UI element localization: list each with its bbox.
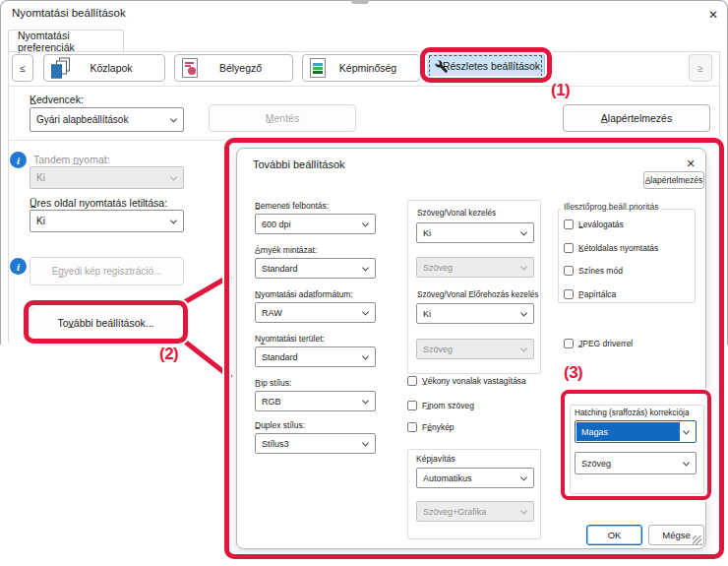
rip-style-select[interactable]: RGB bbox=[255, 391, 376, 411]
ok-button[interactable]: OK bbox=[586, 525, 642, 545]
annotation-2: (2) bbox=[159, 345, 178, 364]
image-quality-icon bbox=[310, 58, 326, 78]
chevron-down-icon bbox=[170, 217, 177, 223]
pages-icon bbox=[51, 58, 70, 79]
shadow-pattern-select[interactable]: Standard bbox=[255, 258, 376, 279]
toolbar-button-image-quality[interactable]: Képminőség bbox=[302, 54, 420, 82]
annotation-3: (3) bbox=[564, 363, 582, 383]
tandem-print-label: Tandem n̲yomat: bbox=[33, 154, 110, 165]
checkbox-box bbox=[407, 376, 417, 386]
info-icon: i bbox=[10, 258, 27, 275]
fine-text-checkbox[interactable]: Fi̲nom szöveg bbox=[407, 401, 474, 410]
duplex-style-select[interactable]: Stílus3 bbox=[255, 433, 376, 454]
checkbox-box bbox=[407, 422, 417, 432]
chevron-down-icon bbox=[362, 308, 369, 315]
chevron-down-icon bbox=[362, 352, 369, 359]
close-icon[interactable]: ✕ bbox=[700, 4, 726, 25]
stamp-icon bbox=[182, 58, 198, 78]
image-adjustment-target-select: Szöveg+Grafika bbox=[416, 501, 534, 522]
dialog-title: További beállítások bbox=[253, 158, 345, 170]
chevron-down-icon bbox=[520, 345, 527, 351]
jpeg-driver-checkbox[interactable]: J̲PEG driverrel bbox=[564, 339, 633, 348]
save-button[interactable]: M̲entés bbox=[209, 104, 356, 132]
custom-image-registration-button[interactable]: Eg̲yedi kép regisztráció... bbox=[30, 257, 184, 285]
checkbox-box bbox=[564, 220, 574, 229]
resize-grip[interactable] bbox=[693, 535, 701, 544]
print-area-label: Ny̲omtatási terület: bbox=[255, 334, 325, 344]
image-adjustment-label: Képjavítás bbox=[416, 454, 455, 464]
checkbox-box bbox=[564, 243, 574, 253]
more-settings-button[interactable]: Tov̲ábbi beállítások... bbox=[30, 306, 182, 339]
info-icon: i bbox=[10, 152, 27, 168]
text-line-pullout-label: Szöveg/Vonal Előrehozás kezelés bbox=[417, 290, 538, 299]
driver-priority-label: Illesztőprog.beáll.prioritás bbox=[561, 202, 661, 212]
text-line-pullout-target-select: Szöveg bbox=[416, 339, 534, 359]
chevron-down-icon bbox=[362, 397, 369, 404]
duplex-style-label: D̲uplex stílus: bbox=[255, 420, 305, 430]
hatching-group bbox=[570, 405, 704, 494]
checkbox-box bbox=[407, 401, 417, 410]
toolbar-button-inserts[interactable]: Közlapok bbox=[43, 54, 165, 82]
input-resolution-select[interactable]: 600 dpi bbox=[255, 214, 376, 234]
chevron-down-icon bbox=[520, 263, 527, 270]
rip-style-label: R̲ip stílus: bbox=[255, 378, 291, 388]
chevron-down-icon bbox=[683, 427, 690, 434]
toolbar-scroll-right-button[interactable]: ≥ bbox=[689, 54, 712, 82]
print-data-format-select[interactable]: RAW bbox=[255, 302, 376, 323]
more-settings-dialog: További beállítások ✕ A̲lapértelmezés B̲… bbox=[236, 148, 706, 549]
toolbar-button-detailed-settings[interactable]: Részletes beállítások bbox=[426, 52, 545, 80]
hatching-level-select[interactable]: Magas bbox=[575, 420, 697, 443]
chevron-down-icon bbox=[520, 228, 527, 235]
window-drag-handle bbox=[351, 0, 369, 4]
shadow-pattern-label: Á̲rnyék mintázat: bbox=[255, 245, 317, 255]
blank-page-label: Ü̲res oldal nyomtatás letiltása: bbox=[30, 197, 167, 209]
toolbar-button-stamp[interactable]: Bélyegző bbox=[174, 54, 293, 82]
text-line-handling-select[interactable]: Ki bbox=[416, 222, 534, 243]
hatching-label: Hatching (sraffozás) korrekciója bbox=[575, 408, 690, 417]
checkbox-box bbox=[564, 289, 574, 299]
chevron-down-icon bbox=[683, 459, 690, 466]
tandem-print-select: Ki bbox=[30, 166, 184, 189]
checkbox-box bbox=[564, 339, 574, 348]
chevron-down-icon bbox=[362, 439, 369, 446]
chevron-down-icon bbox=[362, 264, 369, 271]
two-sided-checkbox[interactable]: K̲étoldalas nyomtatás bbox=[564, 243, 658, 253]
wrench-icon bbox=[434, 59, 449, 74]
text-line-handling-label: Szöveg/Vonal kezelés bbox=[417, 209, 496, 218]
window-title: Nyomtatási beállítások bbox=[12, 7, 126, 19]
color-mode-checkbox[interactable]: Színes mód bbox=[564, 266, 623, 276]
input-resolution-label: B̲emeneti felbontás: bbox=[255, 201, 329, 211]
tab-print-preferences[interactable]: Nyomtatási preferenciák bbox=[8, 30, 124, 52]
favorites-select[interactable]: Gyári alapbeállítások bbox=[30, 107, 184, 132]
chevron-down-icon bbox=[170, 115, 177, 122]
collate-checkbox[interactable]: L̲eválogatás bbox=[564, 220, 624, 229]
toolbar-scroll-left-button[interactable]: ≤ bbox=[12, 54, 33, 82]
chevron-down-icon bbox=[520, 309, 527, 316]
toolbar-separator bbox=[9, 86, 719, 87]
tab-label: Nyomtatási preferenciák bbox=[18, 30, 123, 53]
photo-checkbox[interactable]: Fé̲nykép bbox=[407, 422, 455, 432]
print-area-select[interactable]: Standard bbox=[255, 346, 376, 367]
text-line-target-select: Szöveg bbox=[416, 257, 534, 278]
print-data-format-label: N̲yomtatási adatformátum: bbox=[255, 289, 353, 299]
image-adjustment-select[interactable]: Automatikus bbox=[416, 468, 534, 488]
section-separator bbox=[9, 140, 227, 141]
favorites-label: K̲edvencek: bbox=[30, 94, 84, 105]
chevron-down-icon bbox=[170, 173, 177, 180]
chevron-down-icon bbox=[520, 507, 527, 514]
checkbox-box bbox=[564, 266, 574, 276]
chevron-down-icon bbox=[520, 473, 527, 480]
hatching-target-select[interactable]: Szöveg bbox=[575, 452, 697, 474]
close-icon[interactable]: ✕ bbox=[680, 154, 701, 173]
blank-page-select[interactable]: Ki bbox=[30, 210, 184, 232]
thin-lines-checkbox[interactable]: V̲ékony vonalak vastagítása bbox=[407, 376, 526, 386]
sub-default-button[interactable]: A̲lapértelmezés bbox=[643, 171, 704, 189]
annotation-1: (1) bbox=[551, 81, 570, 100]
chevron-down-icon bbox=[362, 220, 369, 226]
text-line-pullout-select[interactable]: Ki bbox=[416, 303, 534, 324]
paper-tray-checkbox[interactable]: P̲apírtálca bbox=[564, 289, 616, 299]
screenshot-root: Nyomtatási beállítások ✕ Nyomtatási pref… bbox=[0, 0, 728, 566]
default-button[interactable]: A̲lapértelmezés bbox=[563, 104, 710, 132]
